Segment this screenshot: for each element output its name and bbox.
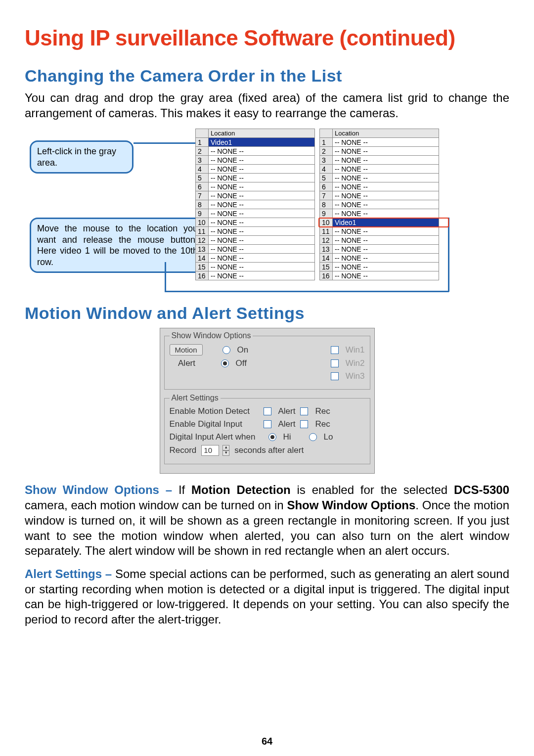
table-row[interactable]: 13-- NONE -- [320,245,439,254]
win3-checkbox[interactable] [331,372,339,380]
table-row[interactable]: 7-- NONE -- [196,191,315,200]
table-row[interactable]: 5-- NONE -- [320,174,439,182]
table-row[interactable]: 3-- NONE -- [196,156,315,165]
row-index[interactable]: 8 [320,200,333,209]
row-value[interactable]: -- NONE -- [209,174,315,182]
row-value[interactable]: -- NONE -- [333,165,439,174]
row-value[interactable]: -- NONE -- [333,156,439,165]
row-value[interactable]: -- NONE -- [333,174,439,182]
table-row[interactable]: 14-- NONE -- [320,254,439,263]
row-index[interactable]: 12 [320,236,333,245]
row-value[interactable]: -- NONE -- [209,236,315,245]
table-row[interactable]: 5-- NONE -- [196,174,315,182]
table-row[interactable]: 10-- NONE -- [196,218,315,227]
table-row[interactable]: 4-- NONE -- [320,165,439,174]
row-index[interactable]: 1 [320,138,333,147]
row-index[interactable]: 9 [320,209,333,218]
table-row[interactable]: 6-- NONE -- [196,182,315,191]
row-value[interactable]: -- NONE -- [209,254,315,263]
row-index[interactable]: 2 [320,147,333,156]
table-row[interactable]: 7-- NONE -- [320,191,439,200]
row-index[interactable]: 6 [320,182,333,191]
row-index[interactable]: 6 [196,182,209,191]
table-row[interactable]: 15-- NONE -- [320,263,439,271]
row-index[interactable]: 5 [320,174,333,182]
table-row[interactable]: 11-- NONE -- [320,227,439,236]
row-value[interactable]: -- NONE -- [333,191,439,200]
camera-list-right[interactable]: Location 1-- NONE --2-- NONE --3-- NONE … [319,129,439,280]
row-index[interactable]: 13 [320,245,333,254]
row-value[interactable]: -- NONE -- [333,263,439,271]
row-value[interactable]: -- NONE -- [209,263,315,271]
row-value[interactable]: -- NONE -- [209,147,315,156]
row-value[interactable]: -- NONE -- [333,138,439,147]
row-index[interactable]: 10 [320,218,333,227]
row-index[interactable]: 4 [320,165,333,174]
row-value[interactable]: -- NONE -- [333,227,439,236]
row-index[interactable]: 7 [196,191,209,200]
table-row[interactable]: 12-- NONE -- [320,236,439,245]
row-value[interactable]: -- NONE -- [209,245,315,254]
row-value[interactable]: -- NONE -- [333,254,439,263]
table-row[interactable]: 2-- NONE -- [196,147,315,156]
win1-checkbox[interactable] [331,346,339,354]
row-index[interactable]: 1 [196,138,209,147]
table-row[interactable]: 11-- NONE -- [196,227,315,236]
digital-rec-checkbox[interactable] [300,420,308,428]
table-row[interactable]: 15-- NONE -- [196,263,315,271]
table-row[interactable]: 16-- NONE -- [320,271,439,280]
table-row[interactable]: 13-- NONE -- [196,245,315,254]
row-index[interactable]: 11 [320,227,333,236]
table-row[interactable]: 2-- NONE -- [320,147,439,156]
table-row[interactable]: 10Video1 [320,218,439,227]
camera-list-left[interactable]: Location 1Video12-- NONE --3-- NONE --4-… [195,129,315,280]
motion-alert-checkbox[interactable] [264,407,271,415]
row-index[interactable]: 16 [196,271,209,280]
row-value[interactable]: -- NONE -- [209,191,315,200]
row-value[interactable]: -- NONE -- [209,271,315,280]
table-row[interactable]: 1-- NONE -- [320,138,439,147]
hi-radio[interactable] [268,433,276,441]
record-seconds-input[interactable]: 10 [201,445,219,456]
digital-alert-checkbox[interactable] [264,420,271,428]
off-radio[interactable] [221,359,229,367]
row-value[interactable]: -- NONE -- [333,209,439,218]
table-row[interactable]: 14-- NONE -- [196,254,315,263]
row-value[interactable]: -- NONE -- [209,209,315,218]
row-value[interactable]: -- NONE -- [209,200,315,209]
row-index[interactable]: 16 [320,271,333,280]
row-index[interactable]: 3 [196,156,209,165]
row-index[interactable]: 2 [196,147,209,156]
row-value[interactable]: -- NONE -- [209,227,315,236]
row-index[interactable]: 12 [196,236,209,245]
lo-radio[interactable] [309,433,317,441]
table-row[interactable]: 8-- NONE -- [320,200,439,209]
row-index[interactable]: 15 [196,263,209,271]
on-radio[interactable] [222,346,230,354]
row-index[interactable]: 8 [196,200,209,209]
table-row[interactable]: 16-- NONE -- [196,271,315,280]
row-value[interactable]: -- NONE -- [333,245,439,254]
row-value[interactable]: -- NONE -- [209,182,315,191]
table-row[interactable]: 1Video1 [196,138,315,147]
row-index[interactable]: 11 [196,227,209,236]
row-value[interactable]: -- NONE -- [333,147,439,156]
row-value[interactable]: Video1 [209,138,315,147]
table-row[interactable]: 8-- NONE -- [196,200,315,209]
row-index[interactable]: 4 [196,165,209,174]
table-row[interactable]: 6-- NONE -- [320,182,439,191]
row-index[interactable]: 3 [320,156,333,165]
row-index[interactable]: 15 [320,263,333,271]
row-value[interactable]: Video1 [333,218,439,227]
row-index[interactable]: 14 [196,254,209,263]
table-row[interactable]: 4-- NONE -- [196,165,315,174]
table-row[interactable]: 9-- NONE -- [320,209,439,218]
row-index[interactable]: 7 [320,191,333,200]
table-row[interactable]: 12-- NONE -- [196,236,315,245]
spin-buttons[interactable]: ▲▼ [222,445,229,456]
row-index[interactable]: 13 [196,245,209,254]
row-index[interactable]: 5 [196,174,209,182]
row-value[interactable]: -- NONE -- [333,271,439,280]
table-row[interactable]: 3-- NONE -- [320,156,439,165]
table-row[interactable]: 9-- NONE -- [196,209,315,218]
